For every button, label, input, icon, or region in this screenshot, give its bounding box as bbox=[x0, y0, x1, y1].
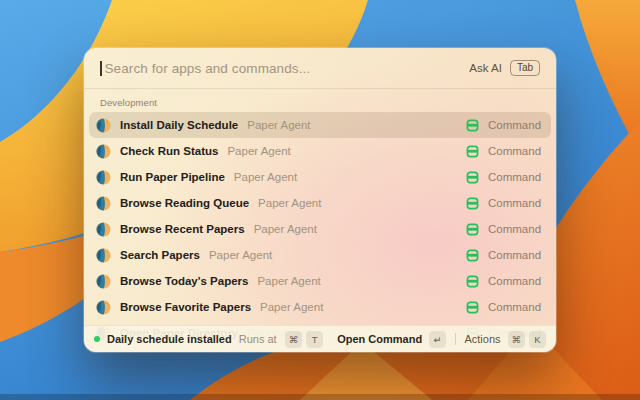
terminal-command-icon bbox=[466, 249, 479, 262]
list-item[interactable]: Check Run Status Paper Agent Command bbox=[89, 138, 551, 164]
terminal-command-icon bbox=[466, 301, 479, 314]
terminal-command-icon bbox=[466, 145, 479, 158]
toast-title: Daily schedule installed bbox=[107, 333, 232, 345]
toast-shortcut-keys[interactable]: ⌘T bbox=[285, 331, 324, 348]
paper-agent-app-icon bbox=[96, 196, 111, 211]
launcher-window: Search for apps and commands... Ask AI T… bbox=[84, 48, 556, 352]
list-item-subtitle: Paper Agent bbox=[234, 171, 297, 183]
list-item-type-label: Command bbox=[488, 171, 544, 183]
list-item[interactable]: Install Daily Schedule Paper Agent Comma… bbox=[89, 112, 551, 138]
search-divider bbox=[84, 88, 556, 89]
terminal-command-icon bbox=[466, 197, 479, 210]
list-item-type-label: Command bbox=[488, 301, 544, 313]
list-item[interactable]: Search Papers Paper Agent Command bbox=[89, 242, 551, 268]
list-item-subtitle: Paper Agent bbox=[209, 249, 272, 261]
list-item-type-label: Command bbox=[488, 275, 544, 287]
list-item-subtitle: Paper Agent bbox=[257, 275, 320, 287]
terminal-command-icon bbox=[466, 223, 479, 236]
terminal-command-icon bbox=[466, 119, 479, 132]
terminal-command-icon bbox=[466, 275, 479, 288]
list-item-type-label: Command bbox=[488, 145, 544, 157]
paper-agent-app-icon bbox=[96, 222, 111, 237]
list-item-title: Browse Reading Queue bbox=[120, 197, 249, 209]
actions-shortcut-keys: ⌘K bbox=[508, 331, 547, 348]
list-item-title: Browse Today's Papers bbox=[120, 275, 248, 287]
paper-agent-app-icon bbox=[96, 170, 111, 185]
list-item-title: Check Run Status bbox=[120, 145, 218, 157]
list-item-subtitle: Paper Agent bbox=[227, 145, 290, 157]
list-item-subtitle: Paper Agent bbox=[254, 223, 317, 235]
terminal-command-icon bbox=[466, 171, 479, 184]
list-item-title: Browse Recent Papers bbox=[120, 223, 245, 235]
list-item[interactable]: Browse Today's Papers Paper Agent Comman… bbox=[89, 268, 551, 294]
list-item-title: Search Papers bbox=[120, 249, 200, 261]
paper-agent-app-icon bbox=[96, 274, 111, 289]
tab-key-badge: Tab bbox=[510, 60, 540, 77]
paper-agent-app-icon bbox=[96, 248, 111, 263]
section-header-development: Development bbox=[100, 97, 540, 108]
search-bar[interactable]: Search for apps and commands... Ask AI T… bbox=[84, 48, 556, 88]
search-input[interactable]: Search for apps and commands... bbox=[105, 61, 470, 76]
toast-status-dot bbox=[94, 336, 100, 342]
key-badge: ⌘ bbox=[285, 331, 303, 348]
list-item[interactable]: Browse Reading Queue Paper Agent Command bbox=[89, 190, 551, 216]
paper-agent-app-icon bbox=[96, 144, 111, 159]
list-item-subtitle: Paper Agent bbox=[260, 301, 323, 313]
list-item[interactable]: Browse Recent Papers Paper Agent Command bbox=[89, 216, 551, 242]
key-badge: T bbox=[306, 331, 323, 348]
ask-ai-button[interactable]: Ask AI bbox=[469, 62, 502, 74]
paper-agent-app-icon bbox=[96, 118, 111, 133]
text-cursor bbox=[100, 61, 102, 76]
list-item-title: Browse Favorite Papers bbox=[120, 301, 251, 313]
return-key-badge: ↵ bbox=[429, 331, 446, 348]
open-command-button[interactable]: Open Command bbox=[337, 333, 422, 345]
footer-bar: Daily schedule installed Runs at 04:00 a… bbox=[84, 325, 556, 352]
list-item[interactable]: Browse Favorite Papers Paper Agent Comma… bbox=[89, 294, 551, 320]
key-badge: K bbox=[529, 331, 546, 348]
actions-button[interactable]: Actions bbox=[464, 333, 500, 345]
list-item[interactable]: Run Paper Pipeline Paper Agent Command bbox=[89, 164, 551, 190]
list-item-title: Run Paper Pipeline bbox=[120, 171, 225, 183]
toast-subtitle: Runs at 04:00 and catches u... bbox=[239, 333, 278, 345]
list-item-type-label: Command bbox=[488, 197, 544, 209]
list-item-subtitle: Paper Agent bbox=[258, 197, 321, 209]
desktop: Search for apps and commands... Ask AI T… bbox=[0, 0, 640, 400]
list-item-subtitle: Paper Agent bbox=[247, 119, 310, 131]
list-item-type-label: Command bbox=[488, 119, 544, 131]
paper-agent-app-icon bbox=[96, 300, 111, 315]
command-list: Install Daily Schedule Paper Agent Comma… bbox=[89, 112, 551, 346]
list-item-title: Install Daily Schedule bbox=[120, 119, 238, 131]
list-item-type-label: Command bbox=[488, 249, 544, 261]
list-item-type-label: Command bbox=[488, 223, 544, 235]
key-badge: ⌘ bbox=[508, 331, 526, 348]
